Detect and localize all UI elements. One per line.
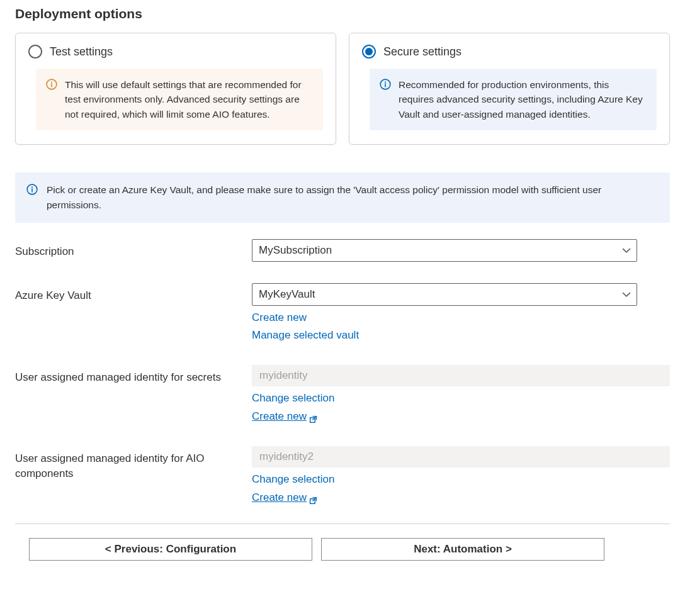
- readonly-secrets-identity: myidentity: [252, 365, 670, 386]
- next-button[interactable]: Next: Automation >: [321, 538, 604, 561]
- svg-line-10: [312, 417, 316, 420]
- external-link-icon: [309, 493, 317, 501]
- link-text: Create new: [252, 408, 307, 425]
- info-icon: [26, 184, 38, 195]
- label-key-vault: Azure Key Vault: [15, 283, 248, 344]
- deployment-option-row: Test settings This will use default sett…: [15, 33, 670, 145]
- select-subscription[interactable]: MySubscription: [252, 239, 637, 262]
- info-banner-key-vault: Pick or create an Azure Key Vault, and p…: [15, 172, 670, 223]
- option-card-secure-settings[interactable]: Secure settings Recommended for producti…: [349, 33, 670, 145]
- link-text: Create new: [252, 490, 307, 506]
- label-secrets-identity: User assigned managed identity for secre…: [15, 365, 248, 425]
- label-aio-identity: User assigned managed identity for AIO c…: [15, 446, 248, 506]
- banner-text: Pick or create an Azure Key Vault, and p…: [47, 182, 659, 213]
- select-key-vault[interactable]: MyKeyVault: [252, 283, 637, 306]
- radio-test-settings[interactable]: [28, 45, 42, 59]
- link-aio-change-selection[interactable]: Change selection: [252, 471, 334, 488]
- option-info-test: This will use default settings that are …: [36, 69, 323, 130]
- option-title-test: Test settings: [50, 45, 113, 59]
- wizard-nav: < Previous: Configuration Next: Automati…: [15, 538, 670, 561]
- info-icon: [46, 79, 57, 90]
- link-secrets-change-selection[interactable]: Change selection: [252, 390, 334, 406]
- option-info-text: Recommended for production environments,…: [399, 77, 647, 121]
- info-icon: [380, 79, 391, 90]
- option-info-text: This will use default settings that are …: [65, 77, 313, 121]
- option-info-secure: Recommended for production environments,…: [370, 69, 657, 130]
- page-title: Deployment options: [15, 6, 670, 21]
- svg-line-12: [312, 498, 316, 501]
- link-aio-create-new[interactable]: Create new: [252, 490, 317, 506]
- radio-secure-settings[interactable]: [362, 45, 376, 59]
- link-secrets-create-new[interactable]: Create new: [252, 408, 317, 425]
- external-link-icon: [309, 412, 317, 420]
- option-title-secure: Secure settings: [383, 45, 461, 59]
- select-key-vault-value[interactable]: MyKeyVault: [252, 283, 637, 306]
- link-key-vault-manage[interactable]: Manage selected vault: [252, 327, 359, 344]
- divider: [15, 524, 670, 524]
- previous-button[interactable]: < Previous: Configuration: [29, 538, 312, 561]
- link-key-vault-create-new[interactable]: Create new: [252, 310, 307, 326]
- form-grid: Subscription MySubscription Azure Key Va…: [15, 239, 670, 506]
- readonly-aio-identity: myidentity2: [252, 446, 670, 468]
- select-subscription-value[interactable]: MySubscription: [252, 239, 637, 262]
- option-card-test-settings[interactable]: Test settings This will use default sett…: [15, 33, 336, 145]
- label-subscription: Subscription: [15, 239, 248, 262]
